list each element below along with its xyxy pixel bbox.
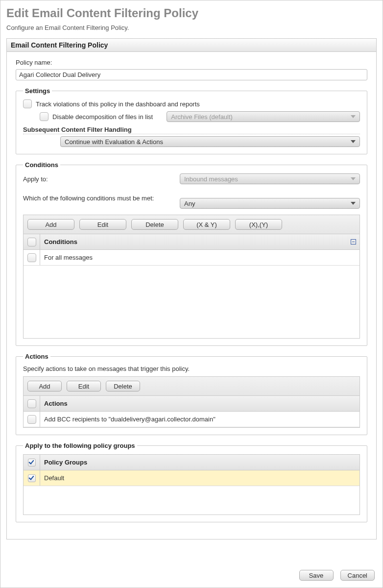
actions-edit-button[interactable]: Edit — [67, 381, 101, 392]
policy-group-row-checkbox[interactable] — [28, 474, 36, 482]
panel-title: Email Content Filtering Policy — [7, 39, 376, 52]
conditions-column-header: Conditions — [40, 238, 347, 245]
condition-row-checkbox[interactable] — [27, 253, 36, 262]
subsequent-handling-value: Continue with Evaluation & Actions — [65, 138, 163, 146]
policy-editor-window: Edit Email Content Filtering Policy Conf… — [0, 0, 383, 588]
actions-column-header: Actions — [40, 400, 359, 407]
page-subtitle: Configure an Email Content Filtering Pol… — [6, 24, 377, 31]
actions-group: Actions Specify actions to take on messa… — [16, 353, 367, 435]
which-conditions-label: Which of the following conditions must b… — [23, 195, 154, 202]
save-button[interactable]: Save — [299, 570, 334, 581]
cancel-button[interactable]: Cancel — [340, 570, 375, 581]
track-violations-checkbox[interactable] — [23, 99, 32, 108]
policy-groups-legend: Apply to the following policy groups — [23, 442, 137, 449]
policy-groups-select-all-checkbox[interactable] — [28, 459, 36, 466]
disable-decomposition-label: Disable decomposition of files in list — [52, 113, 153, 121]
policy-groups-column-header: Policy Groups — [40, 459, 359, 466]
policy-name-label: Policy name: — [16, 59, 52, 66]
actions-add-button[interactable]: Add — [27, 381, 62, 392]
archive-files-dropdown-value: Archive Files (default) — [171, 113, 233, 121]
conditions-select-all-checkbox[interactable] — [27, 238, 36, 246]
actions-grid: Actions Add BCC recipients to "dualdeliv… — [23, 395, 360, 428]
subsequent-handling-dropdown[interactable]: Continue with Evaluation & Actions — [60, 136, 360, 147]
table-row: Add BCC recipients to "dualdelivery@agar… — [24, 412, 359, 427]
which-conditions-value: Any — [184, 200, 195, 207]
table-row: Default — [24, 470, 359, 486]
policy-group-row-text: Default — [40, 474, 359, 482]
actions-delete-button[interactable]: Delete — [106, 381, 140, 392]
conditions-add-button[interactable]: Add — [27, 219, 74, 230]
actions-legend: Actions — [23, 353, 50, 360]
policy-groups-grid: Policy Groups Default — [23, 454, 360, 515]
chevron-down-icon — [351, 177, 356, 180]
collapse-button[interactable] — [347, 239, 359, 245]
apply-to-dropdown[interactable]: Inbound messages — [180, 173, 360, 184]
actions-description: Specify actions to take on messages that… — [23, 365, 360, 372]
settings-group: Settings Track violations of this policy… — [16, 87, 367, 154]
which-conditions-dropdown[interactable]: Any — [180, 198, 360, 209]
conditions-group: Conditions Apply to: Inbound messages — [16, 161, 367, 346]
table-row: For all messages — [24, 250, 359, 266]
conditions-legend: Conditions — [23, 161, 60, 169]
page-title: Edit Email Content Filtering Policy — [6, 6, 377, 20]
archive-files-dropdown[interactable]: Archive Files (default) — [167, 111, 360, 122]
conditions-group-and-button[interactable]: (X & Y) — [183, 219, 230, 230]
action-row-text: Add BCC recipients to "dualdelivery@agar… — [40, 416, 359, 423]
actions-select-all-checkbox[interactable] — [27, 399, 36, 408]
conditions-edit-button[interactable]: Edit — [79, 219, 126, 230]
conditions-delete-button[interactable]: Delete — [131, 219, 178, 230]
subsequent-handling-heading: Subsequent Content Filter Handling — [23, 126, 360, 134]
apply-to-value: Inbound messages — [184, 175, 238, 183]
conditions-grid: Conditions For all messages — [23, 234, 360, 339]
policy-panel: Email Content Filtering Policy Policy na… — [6, 38, 377, 539]
conditions-group-or-button[interactable]: (X),(Y) — [235, 219, 282, 230]
chevron-down-icon — [351, 140, 356, 143]
collapse-icon — [351, 239, 356, 245]
footer-buttons: Save Cancel — [299, 570, 375, 581]
condition-row-text: For all messages — [40, 254, 359, 261]
track-violations-label: Track violations of this policy in the d… — [36, 100, 200, 108]
chevron-down-icon — [351, 202, 356, 205]
policy-name-input[interactable] — [16, 69, 367, 80]
action-row-checkbox[interactable] — [27, 415, 36, 424]
conditions-toolbar: Add Edit Delete (X & Y) (X),(Y) — [23, 215, 360, 234]
settings-legend: Settings — [23, 87, 52, 95]
actions-toolbar: Add Edit Delete — [23, 376, 360, 395]
apply-to-label: Apply to: — [23, 175, 48, 183]
disable-decomposition-checkbox[interactable] — [40, 112, 48, 121]
chevron-down-icon — [351, 115, 356, 118]
policy-groups-group: Apply to the following policy groups Pol… — [16, 442, 367, 522]
